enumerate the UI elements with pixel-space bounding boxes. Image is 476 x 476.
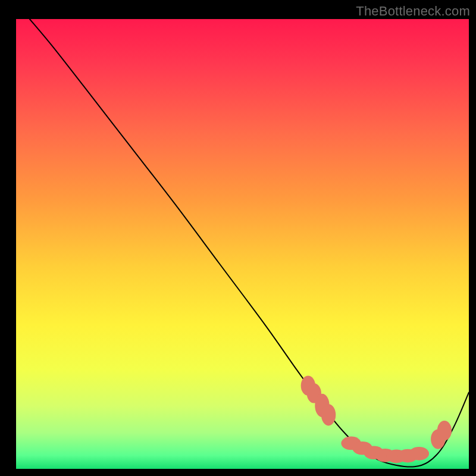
watermark-text: TheBottleneck.com [356, 4, 470, 19]
marker-point [437, 421, 452, 440]
chart-svg [0, 0, 476, 476]
chart-container: TheBottleneck.com [0, 0, 476, 476]
marker-point [321, 404, 336, 425]
marker-point [409, 447, 429, 461]
